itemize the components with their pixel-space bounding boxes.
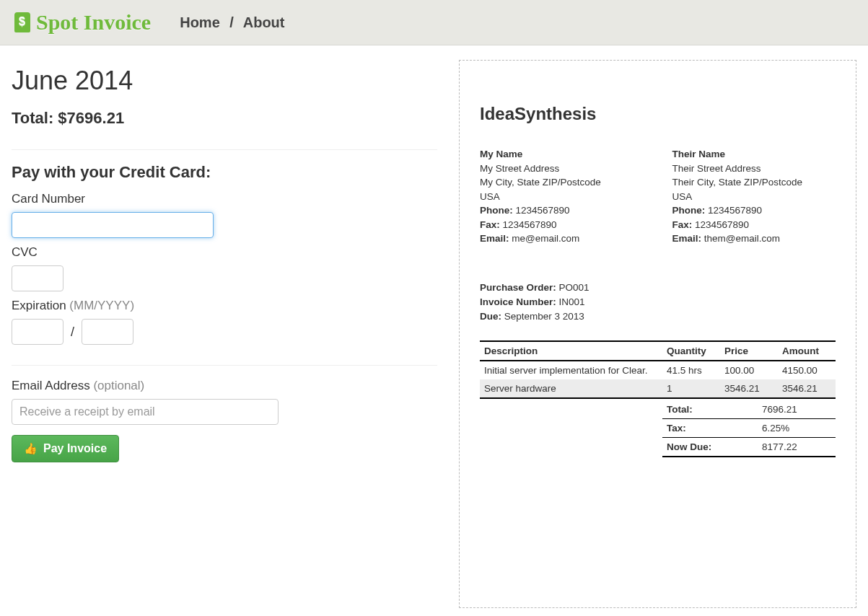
expiration-row: / [12,319,437,345]
to-country: USA [672,190,836,204]
nowdue-label: Now Due: [662,437,758,457]
pay-invoice-button[interactable]: 👍 Pay Invoice [12,435,119,462]
expiration-year-input[interactable] [82,319,133,345]
li-amt: 3546.21 [778,379,836,398]
po-value: PO001 [559,282,589,293]
po-label: Purchase Order: [480,282,556,293]
brand-tag-icon [14,12,30,32]
email-hint: (optional) [93,379,144,392]
nav-about[interactable]: About [243,14,285,30]
to-phone: 1234567890 [708,205,762,216]
cvc-label: CVC [12,245,437,260]
from-name: My Name [480,147,644,162]
from-phone: 1234567890 [516,205,570,216]
to-name: Their Name [672,147,836,162]
nav-separator: / [229,14,234,30]
email-input[interactable] [12,399,279,425]
brand: Spot Invoice [14,10,151,35]
expiration-label-text: Expiration [12,299,69,312]
li-qty: 1 [662,379,720,398]
from-email-label: Email: [480,233,509,244]
pay-invoice-label: Pay Invoice [43,442,107,455]
address-row: My Name My Street Address My City, State… [480,147,836,246]
li-desc: Initial server implementation for Clear. [480,361,662,379]
to-email-label: Email: [672,233,702,244]
li-desc: Server hardware [480,379,662,398]
total-label: Total: [662,400,758,419]
line-item-row: Initial server implementation for Clear.… [480,361,836,379]
main-nav: Home / About [180,14,284,31]
to-fax-label: Fax: [672,219,693,230]
invoice-company: IdeaSynthesis [480,104,836,124]
topbar: Spot Invoice Home / About [0,0,868,45]
brand-text: Spot Invoice [36,10,151,35]
due-label: Due: [480,311,501,322]
card-number-label: Card Number [12,192,437,206]
invoice-meta: Purchase Order: PO001 Invoice Number: IN… [480,281,836,325]
to-phone-label: Phone: [672,205,706,216]
expiration-month-input[interactable] [12,319,63,345]
from-email: me@email.com [512,233,579,244]
divider [12,149,437,150]
invoice-period: June 2014 [12,66,437,96]
li-amt: 4150.00 [778,361,836,379]
payment-heading: Pay with your Credit Card: [12,163,437,182]
invno-label: Invoice Number: [480,296,556,307]
expiration-hint: (MM/YYYY) [69,299,134,312]
thumbs-up-icon: 👍 [24,442,38,455]
cvc-input[interactable] [12,265,63,291]
th-description: Description [480,341,662,361]
expiration-slash: / [71,325,74,340]
total-value: 7696.21 [758,400,836,419]
totals-table: Total: 7696.21 Tax: 6.25% Now Due: 8177.… [662,400,836,457]
payment-panel: June 2014 Total: $7696.21 Pay with your … [12,60,437,608]
line-items-table: Description Quantity Price Amount Initia… [480,340,836,399]
from-country: USA [480,190,644,204]
to-street: Their Street Address [672,162,836,176]
tax-label: Tax: [662,418,758,437]
li-price: 100.00 [720,361,778,379]
nav-home[interactable]: Home [180,14,220,30]
from-address: My Name My Street Address My City, State… [480,147,644,246]
due-value: September 3 2013 [504,311,584,322]
invno-value: IN001 [559,296,585,307]
invoice-total-line: Total: $7696.21 [12,109,437,128]
expiration-label: Expiration (MM/YYYY) [12,299,437,313]
li-qty: 41.5 hrs [662,361,720,379]
from-street: My Street Address [480,162,644,176]
from-fax-label: Fax: [480,219,500,230]
page-body: June 2014 Total: $7696.21 Pay with your … [0,45,868,616]
to-address: Their Name Their Street Address Their Ci… [672,147,836,246]
from-phone-label: Phone: [480,205,513,216]
divider [12,365,437,366]
th-price: Price [720,341,778,361]
nowdue-value: 8177.22 [758,437,836,457]
card-number-input[interactable] [12,212,214,238]
from-city: My City, State ZIP/Postcode [480,175,644,190]
email-label-text: Email Address [12,379,93,392]
li-price: 3546.21 [720,379,778,398]
to-fax: 1234567890 [695,219,749,230]
invoice-document: IdeaSynthesis My Name My Street Address … [459,60,856,608]
to-email: them@email.com [704,233,780,244]
line-item-row: Server hardware 1 3546.21 3546.21 [480,379,836,398]
invoice-preview-panel: IdeaSynthesis My Name My Street Address … [459,60,856,608]
from-fax: 1234567890 [503,219,557,230]
email-label: Email Address (optional) [12,379,437,393]
tax-value: 6.25% [758,418,836,437]
th-quantity: Quantity [662,341,720,361]
to-city: Their City, State ZIP/Postcode [672,175,836,190]
th-amount: Amount [778,341,836,361]
